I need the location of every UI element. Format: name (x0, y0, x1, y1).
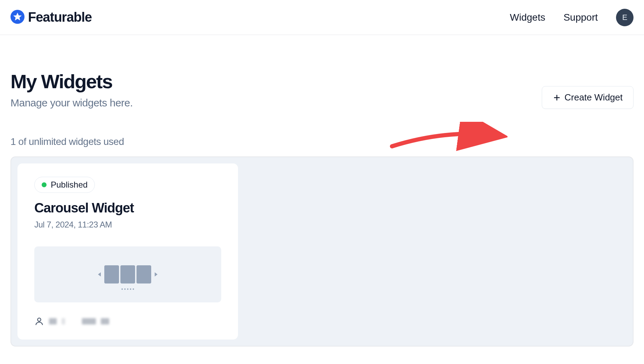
top-nav: Widgets Support E (510, 9, 634, 26)
widget-date: Jul 7, 2024, 11:23 AM (34, 220, 221, 230)
usage-text: 1 of unlimited widgets used (10, 136, 634, 147)
user-icon (34, 316, 44, 326)
page-title: My Widgets (10, 70, 133, 93)
avatar[interactable]: E (616, 9, 634, 26)
main-content: My Widgets Manage your widgets here. Cre… (0, 35, 644, 346)
redacted-text (82, 318, 96, 324)
create-widget-button[interactable]: Create Widget (542, 86, 634, 109)
page-heading: My Widgets Manage your widgets here. (10, 70, 133, 109)
preview-dots (121, 288, 134, 290)
nav-widgets[interactable]: Widgets (510, 12, 545, 23)
page-header-row: My Widgets Manage your widgets here. Cre… (10, 70, 634, 109)
preview-tile (104, 265, 119, 284)
preview-tile (120, 265, 135, 284)
carousel-preview (34, 246, 221, 302)
chevron-left-icon (98, 272, 101, 276)
create-widget-label: Create Widget (565, 92, 623, 103)
status-badge: Published (34, 177, 95, 193)
status-dot-icon (42, 182, 47, 187)
widgets-canvas: Published Carousel Widget Jul 7, 2024, 1… (10, 156, 634, 346)
svg-point-5 (37, 318, 41, 321)
brand-name: Featurable (28, 10, 92, 25)
avatar-initial: E (622, 13, 628, 22)
redacted-text (101, 318, 109, 324)
widget-title: Carousel Widget (34, 201, 221, 216)
author-row (34, 316, 221, 326)
nav-support[interactable]: Support (564, 12, 598, 23)
status-label: Published (51, 180, 88, 190)
page-subtitle: Manage your widgets here. (10, 97, 133, 109)
logo-icon (10, 10, 24, 25)
preview-tiles (104, 265, 151, 284)
app-header: Featurable Widgets Support E (0, 0, 644, 35)
redacted-text (49, 318, 57, 324)
brand[interactable]: Featurable (10, 10, 92, 25)
redacted-text (62, 318, 65, 324)
chevron-right-icon (155, 272, 158, 276)
widget-card[interactable]: Published Carousel Widget Jul 7, 2024, 1… (18, 163, 238, 340)
plus-icon (553, 93, 561, 102)
preview-tile (136, 265, 151, 284)
